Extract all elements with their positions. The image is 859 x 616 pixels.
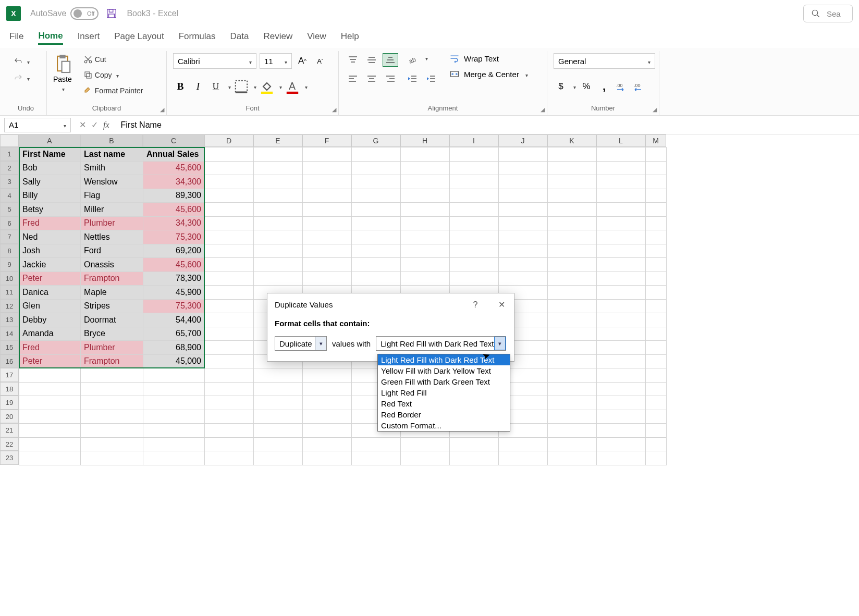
- cell-D19[interactable]: [205, 396, 254, 410]
- cell-I9[interactable]: [450, 258, 499, 272]
- row-header-17[interactable]: 17: [0, 368, 19, 382]
- cell-F20[interactable]: [303, 410, 352, 424]
- cell-H6[interactable]: [401, 216, 450, 230]
- cell-F9[interactable]: [303, 258, 352, 272]
- cell-K16[interactable]: [548, 354, 597, 368]
- cell-B19[interactable]: [81, 396, 143, 410]
- cell-C19[interactable]: [143, 396, 205, 410]
- border-button[interactable]: [234, 79, 249, 94]
- cell-B6[interactable]: Plumber: [81, 216, 143, 230]
- cell-B16[interactable]: Frampton: [81, 354, 143, 368]
- cell-H8[interactable]: [401, 244, 450, 258]
- cell-M9[interactable]: [646, 258, 667, 272]
- cell-A12[interactable]: Glen: [19, 299, 81, 313]
- cell-E17[interactable]: [254, 368, 303, 383]
- cell-D17[interactable]: [205, 368, 254, 383]
- underline-button[interactable]: U: [208, 79, 223, 94]
- row-header-1[interactable]: 1: [0, 147, 19, 161]
- cell-H7[interactable]: [401, 230, 450, 244]
- cell-E19[interactable]: [254, 396, 303, 410]
- orientation-button[interactable]: ab: [404, 53, 420, 67]
- cell-F17[interactable]: [303, 368, 352, 383]
- formula-cancel-button[interactable]: ✕: [79, 120, 86, 130]
- cell-M17[interactable]: [646, 368, 667, 383]
- cell-A10[interactable]: Peter: [19, 272, 81, 286]
- cell-H10[interactable]: [401, 272, 450, 286]
- cell-C8[interactable]: 69,200: [143, 244, 205, 258]
- align-center-button[interactable]: [364, 72, 379, 85]
- cell-K20[interactable]: [548, 410, 597, 424]
- cell-H23[interactable]: [401, 451, 450, 465]
- search-input[interactable]: Sea: [803, 5, 853, 22]
- cell-E1[interactable]: [254, 147, 303, 162]
- cell-B5[interactable]: Miller: [81, 203, 143, 217]
- cell-B15[interactable]: Plumber: [81, 341, 143, 355]
- dropdown-option[interactable]: Custom Format...: [378, 420, 510, 431]
- cell-G10[interactable]: [352, 272, 401, 286]
- format-style-combo[interactable]: Light Red Fill with Dark Red Text ▾: [376, 336, 506, 351]
- cell-G7[interactable]: [352, 230, 401, 244]
- cell-L11[interactable]: [597, 286, 646, 300]
- cell-B12[interactable]: Stripes: [81, 299, 143, 313]
- cell-C13[interactable]: 54,400: [143, 313, 205, 327]
- cell-G3[interactable]: [352, 175, 401, 189]
- cell-I5[interactable]: [450, 203, 499, 217]
- cell-F23[interactable]: [303, 451, 352, 465]
- cell-D18[interactable]: [205, 382, 254, 396]
- cell-K9[interactable]: [548, 258, 597, 272]
- cell-K22[interactable]: [548, 437, 597, 451]
- cell-I1[interactable]: [450, 147, 499, 162]
- cell-A8[interactable]: Josh: [19, 244, 81, 258]
- cell-C3[interactable]: 34,300: [143, 175, 205, 189]
- fill-color-button[interactable]: [260, 79, 274, 94]
- cell-M4[interactable]: [646, 189, 667, 203]
- cell-D14[interactable]: [205, 327, 254, 341]
- cell-K23[interactable]: [548, 451, 597, 465]
- cell-D13[interactable]: [205, 313, 254, 327]
- cell-I4[interactable]: [450, 189, 499, 203]
- cell-F2[interactable]: [303, 161, 352, 175]
- cell-L8[interactable]: [597, 244, 646, 258]
- row-header-5[interactable]: 5: [0, 202, 19, 216]
- cell-I2[interactable]: [450, 161, 499, 175]
- cell-J5[interactable]: [499, 203, 548, 217]
- cell-C21[interactable]: [143, 424, 205, 438]
- cell-E20[interactable]: [254, 410, 303, 424]
- chevron-down-icon[interactable]: [303, 82, 308, 91]
- cell-D11[interactable]: [205, 286, 254, 300]
- cell-M16[interactable]: [646, 354, 667, 368]
- row-header-15[interactable]: 15: [0, 340, 19, 354]
- cell-A5[interactable]: Betsy: [19, 203, 81, 217]
- cell-B21[interactable]: [81, 424, 143, 438]
- cell-B23[interactable]: [81, 451, 143, 465]
- dialog-launcher-icon[interactable]: ◢: [653, 106, 657, 113]
- cell-M7[interactable]: [646, 230, 667, 244]
- cell-L17[interactable]: [597, 368, 646, 383]
- cell-D9[interactable]: [205, 258, 254, 272]
- dialog-help-button[interactable]: ?: [470, 300, 481, 310]
- column-header-C[interactable]: C: [143, 134, 204, 147]
- cell-I22[interactable]: [450, 437, 499, 451]
- column-header-B[interactable]: B: [80, 134, 143, 147]
- undo-button[interactable]: [11, 55, 32, 68]
- column-header-F[interactable]: F: [302, 134, 351, 147]
- cell-F1[interactable]: [303, 147, 352, 162]
- cell-J6[interactable]: [499, 216, 548, 230]
- row-header-18[interactable]: 18: [0, 382, 19, 396]
- cell-K15[interactable]: [548, 341, 597, 355]
- cell-M5[interactable]: [646, 203, 667, 217]
- column-header-A[interactable]: A: [19, 134, 80, 147]
- cell-J23[interactable]: [499, 451, 548, 465]
- cell-M3[interactable]: [646, 175, 667, 189]
- cell-J4[interactable]: [499, 189, 548, 203]
- cell-L20[interactable]: [597, 410, 646, 424]
- cell-A20[interactable]: [19, 410, 81, 424]
- copy-button[interactable]: Copy: [81, 69, 145, 81]
- menu-insert[interactable]: Insert: [78, 31, 100, 44]
- cell-H4[interactable]: [401, 189, 450, 203]
- cell-H9[interactable]: [401, 258, 450, 272]
- cell-L21[interactable]: [597, 424, 646, 438]
- cell-B13[interactable]: Doormat: [81, 313, 143, 327]
- cell-C5[interactable]: 45,600: [143, 203, 205, 217]
- cell-F21[interactable]: [303, 424, 352, 438]
